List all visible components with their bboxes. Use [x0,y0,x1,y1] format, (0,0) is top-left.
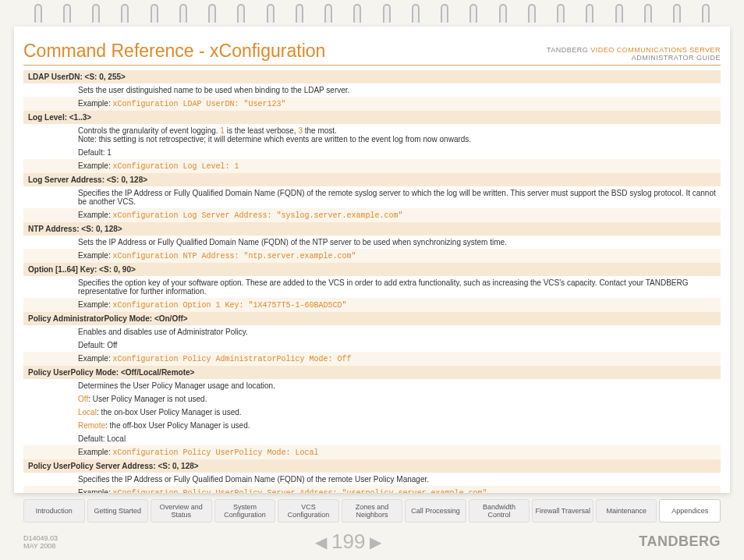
page-body: Command Reference - xConfiguration TANDB… [14,27,730,493]
command-default: Default: Local [23,432,721,445]
command-header: Log Level: <1..3> [23,111,721,124]
tab-overview-and-status[interactable]: Overview and Status [151,499,212,523]
page-footer: D14049.03MAY 2008 ◀ 199 ▶ TANDBERG [23,530,721,554]
nav-tabs: IntroductionGetting StartedOverview and … [23,499,721,523]
command-option: Remote: the off-box User Policy Manager … [23,419,721,432]
command-example: Example: xConfiguration Log Level: 1 [23,159,721,173]
command-example: Example: xConfiguration LDAP UserDN: "Us… [23,97,721,111]
page-number: ◀ 199 ▶ [315,530,381,554]
command-default: Default: 1 [23,146,721,159]
command-option: Off: User Policy Manager is not used. [23,392,721,406]
brand-logo: TANDBERG [639,533,721,550]
command-desc: Specifies the IP Address or Fully Qualif… [23,473,721,486]
prev-page-arrow[interactable]: ◀ [315,533,327,551]
command-desc: Enables and disables use of Administrato… [23,325,721,338]
command-desc: Sets the IP Address or Fully Qualified D… [23,236,721,249]
tab-maintenance[interactable]: Maintenance [596,499,657,523]
tab-bandwidth-control[interactable]: Bandwidth Control [469,499,530,523]
next-page-arrow[interactable]: ▶ [370,533,381,551]
command-table: LDAP UserDN: <S: 0, 255>Sets the user di… [23,70,721,493]
command-example: Example: xConfiguration Policy UserPolic… [23,486,721,493]
doc-id: D14049.03MAY 2008 [23,534,58,550]
command-desc: Specifies the IP Address or Fully Qualif… [23,186,721,208]
header-right: TANDBERG VIDEO COMMUNICATIONS SERVER ADM… [547,46,721,62]
command-header: Policy UserPolicy Server Address: <S: 0,… [23,459,721,473]
page-title: Command Reference - xConfiguration [23,41,325,62]
spiral-binding [0,0,744,27]
tab-zones-and-neighbors[interactable]: Zones and Neighbors [342,499,403,523]
command-desc: Controls the granularity of event loggin… [23,124,721,146]
command-example: Example: xConfiguration Policy Administr… [23,352,721,366]
command-header: NTP Address: <S: 0, 128> [23,222,721,236]
command-header: Log Server Address: <S: 0, 128> [23,173,721,186]
command-desc: Specifies the option key of your softwar… [23,276,721,298]
tab-system-configuration[interactable]: System Configuration [214,499,276,523]
command-option: Local: the on-box User Policy Manager is… [23,406,721,419]
tab-appendices[interactable]: Appendices [659,499,721,523]
command-example: Example: xConfiguration Option 1 Key: "1… [23,298,721,312]
command-header: LDAP UserDN: <S: 0, 255> [23,70,721,83]
command-default: Default: Off [23,338,721,352]
command-header: Option [1..64] Key: <S: 0, 90> [23,263,721,276]
command-example: Example: xConfiguration Log Server Addre… [23,208,721,222]
tab-introduction[interactable]: Introduction [23,499,85,523]
command-example: Example: xConfiguration NTP Address: "nt… [23,249,721,263]
command-header: Policy UserPolicy Mode: <Off/Local/Remot… [23,366,721,379]
tab-call-processing[interactable]: Call Processing [405,499,466,523]
command-example: Example: xConfiguration Policy UserPolic… [23,445,721,459]
tab-getting-started[interactable]: Getting Started [87,499,149,523]
tab-vcs-configuration[interactable]: VCS Configuration [278,499,339,523]
tab-firewall-traversal[interactable]: Firewall Traversal [532,499,593,523]
command-header: Policy AdministratorPolicy Mode: <On/Off… [23,312,721,325]
command-desc: Sets the user distinguished name to be u… [23,83,721,97]
command-desc: Determines the User Policy Manager usage… [23,379,721,392]
